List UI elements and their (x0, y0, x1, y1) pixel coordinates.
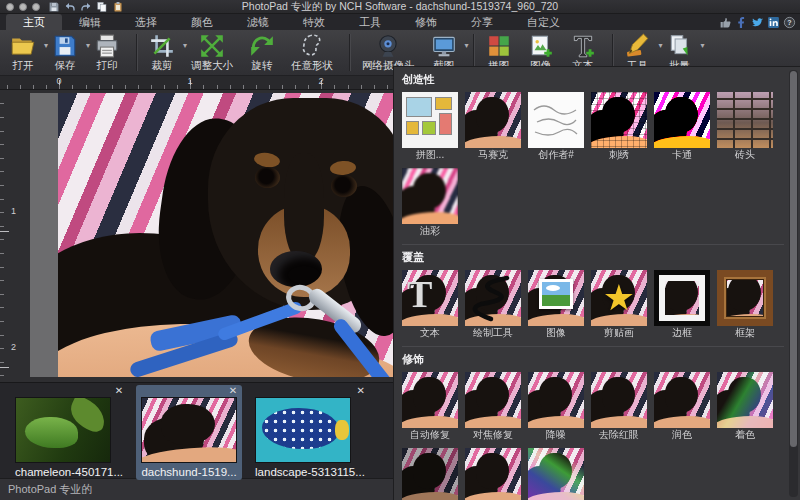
effect-label: 绘制工具 (465, 326, 521, 339)
copy-icon[interactable] (96, 1, 108, 13)
dropdown-arrow-icon[interactable]: ▾ (464, 41, 468, 50)
gallery-item-plain[interactable] (465, 448, 521, 500)
dog-preview (528, 372, 584, 428)
facebook-icon[interactable] (735, 16, 748, 29)
photopad-window: PhotoPad 专业的 by NCH Software - dachshund… (0, 0, 800, 500)
toolbar-freeform-button[interactable]: 任意形状 (285, 32, 343, 74)
toolbar-crop-button[interactable]: ▾裁剪 (143, 32, 185, 74)
effect-thumbnail (402, 448, 458, 500)
gallery-scrollbar[interactable] (789, 70, 798, 497)
effect-thumbnail (402, 372, 458, 428)
redo-icon[interactable] (80, 1, 92, 13)
gallery-item-frame[interactable]: 框架 (717, 270, 773, 339)
toolbar-rotate-button[interactable]: 旋转 (243, 32, 285, 74)
print-icon (94, 33, 120, 59)
tab-10[interactable]: 自定义 (510, 14, 577, 30)
landscape-overlay (539, 279, 573, 309)
paste-icon[interactable] (112, 1, 124, 13)
gallery-item-plain[interactable]: 去除红眼 (591, 372, 647, 441)
effect-label: 图像 (528, 326, 584, 339)
dog-nose (270, 251, 322, 287)
gallery-item-colorize[interactable]: 着色 (717, 372, 773, 441)
effect-thumbnail (528, 92, 584, 148)
effect-thumbnail: T (402, 270, 458, 326)
save-sm-icon[interactable] (48, 1, 60, 13)
filmstrip-item-3[interactable]: ✕landscape-5313115... (250, 385, 370, 480)
close-icon[interactable]: ✕ (356, 385, 364, 396)
collage-tile (439, 113, 452, 135)
gallery-item-plain[interactable]: 对焦修复 (465, 372, 521, 441)
gallery-item-plain[interactable]: 润色 (654, 372, 710, 441)
zoom-window-button[interactable] (32, 3, 40, 11)
crop-icon (149, 33, 175, 59)
gallery-sections: 创造性拼图...马赛克创作者#刺绣卡通砖头油彩覆盖T文本绘制工具图像★剪贴画边框… (402, 72, 784, 500)
scrollbar-thumb[interactable] (790, 71, 797, 447)
twitter-icon[interactable] (751, 16, 764, 29)
gallery-item-cartoon[interactable]: 卡通 (654, 92, 710, 161)
toolbar-separator (136, 34, 137, 71)
linkedin-icon[interactable] (767, 16, 780, 29)
gallery-item-clipart[interactable]: ★剪贴画 (591, 270, 647, 339)
gallery-item-plain[interactable]: 降噪 (528, 372, 584, 441)
gallery-item-dark[interactable] (402, 448, 458, 500)
filmstrip-item-2[interactable]: ✕dachshund-1519... (136, 385, 242, 480)
toolbar-button-label: 保存 (55, 59, 76, 73)
photo-canvas[interactable] (58, 93, 393, 377)
like-icon[interactable] (719, 16, 732, 29)
ruler-number: 2 (318, 76, 323, 86)
filmstrip-label: landscape-5313115... (255, 466, 365, 478)
tab-3[interactable]: 选择 (118, 14, 174, 30)
filmstrip-item-1[interactable]: ✕chameleon-450171... (10, 385, 128, 480)
gallery-item-plain[interactable]: 自动修复 (402, 372, 458, 441)
text-overlay-glyph: T (407, 272, 432, 316)
undo-icon[interactable] (64, 1, 76, 13)
ruler-number: 1 (187, 76, 192, 86)
effect-thumbnail (402, 92, 458, 148)
tab-2[interactable]: 编辑 (62, 14, 118, 30)
close-icon[interactable]: ✕ (229, 385, 237, 396)
tab-6[interactable]: 特效 (286, 14, 342, 30)
gallery-item-pixel[interactable]: 刺绣 (591, 92, 647, 161)
dog-preview (591, 372, 647, 428)
toolbar-button-label: 打印 (97, 59, 118, 73)
gallery-item-image[interactable]: 图像 (528, 270, 584, 339)
gallery-item-sketch[interactable]: 创作者# (528, 92, 584, 161)
effect-thumbnail (528, 372, 584, 428)
collage-tile (406, 97, 432, 117)
tab-4[interactable]: 颜色 (174, 14, 230, 30)
gallery-item-collage[interactable]: 拼图... (402, 92, 458, 161)
gallery-item-brick[interactable]: 砖头 (717, 92, 773, 161)
effect-label: 剪贴画 (591, 326, 647, 339)
effect-label: 创作者# (528, 148, 584, 161)
dog-preview (402, 168, 458, 224)
toolbar-open-folder-button[interactable]: ▾打开 (4, 32, 46, 74)
close-icon[interactable]: ✕ (115, 385, 123, 396)
close-window-button[interactable] (6, 3, 14, 11)
social-icons: ? (719, 16, 796, 30)
toolbar-print-button[interactable]: 打印 (88, 32, 130, 74)
dropdown-arrow-icon[interactable]: ▾ (700, 41, 704, 50)
dog-preview (465, 448, 521, 500)
svg-text:?: ? (787, 19, 791, 26)
dog-preview (465, 92, 521, 148)
help-icon[interactable]: ? (783, 16, 796, 29)
gallery-item-colorize2[interactable] (528, 448, 584, 500)
gallery-item-oil[interactable]: 油彩 (402, 168, 458, 237)
dog-preview (142, 398, 236, 462)
tab-9[interactable]: 分享 (454, 14, 510, 30)
tab-8[interactable]: 修饰 (398, 14, 454, 30)
toolbar-resize-button[interactable]: 调整大小 (185, 32, 243, 74)
filmstrip-thumbnail (15, 397, 111, 463)
toolbar-button-label: 裁剪 (152, 59, 173, 73)
toolbar-save-floppy-button[interactable]: ▾保存 (46, 32, 88, 74)
batch-icon (667, 33, 693, 59)
gallery-item-border[interactable]: 边框 (654, 270, 710, 339)
gallery-item-text[interactable]: T文本 (402, 270, 458, 339)
gallery-item-draw[interactable]: 绘制工具 (465, 270, 521, 339)
minimize-window-button[interactable] (19, 3, 27, 11)
tab-5[interactable]: 滤镜 (230, 14, 286, 30)
gallery-item-mosaic[interactable]: 马赛克 (465, 92, 521, 161)
tab-1[interactable]: 主页 (6, 14, 62, 30)
dog-left-eye (255, 167, 280, 188)
tab-7[interactable]: 工具 (342, 14, 398, 30)
